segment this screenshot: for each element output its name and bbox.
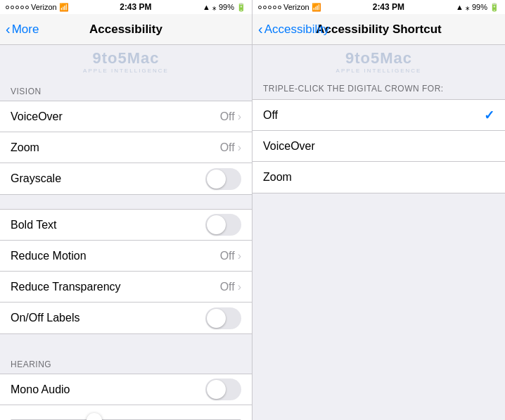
row-onoff-labels[interactable]: On/Off Labels	[0, 303, 252, 333]
battery-percent-right: 99%	[472, 3, 487, 11]
toggle-thumb-bold-text	[207, 215, 226, 234]
wifi-icon-right: 📶	[312, 3, 321, 12]
status-bar-left-section: Verizon 📶	[6, 3, 69, 12]
chevron-right-icon-voiceover: ›	[238, 110, 241, 123]
back-button-right[interactable]: ‹ Accessibility	[258, 21, 329, 37]
triple-click-header: TRIPLE-CLICK THE DIGITAL CROWN FOR:	[252, 75, 505, 99]
status-bar-right-right-section: ▲ ⁎ 99% 🔋	[456, 3, 499, 12]
nav-title-left: Accessibility	[89, 23, 162, 37]
toggle-mono-audio[interactable]	[205, 378, 241, 400]
left-panel: Verizon 📶 2:43 PM ▲ ⁎ 99% 🔋 ‹ More Acces…	[0, 0, 252, 420]
table-group-vision: VoiceOver Off › Zoom Off › Grayscale	[0, 101, 252, 195]
location-icon-right: ▲	[456, 3, 464, 11]
section-header-hearing: HEARING	[0, 348, 252, 374]
toggle-bold-text[interactable]	[205, 214, 241, 236]
watermark-right: 9to5Mac APPLE INTELLIGENCE	[252, 45, 505, 75]
spacer-2	[0, 334, 252, 348]
nav-bar-left: ‹ More Accessibility	[0, 14, 252, 45]
status-bar-right-left-section: Verizon 📶	[258, 3, 321, 12]
logo-sub-right: APPLE INTELLIGENCE	[252, 68, 505, 74]
table-group-shortcut: Off ✓ VoiceOver Zoom	[252, 99, 505, 193]
back-label-right: Accessibility	[264, 23, 330, 37]
row-value-zoom: Off	[220, 141, 235, 154]
signal-icon-right	[258, 6, 281, 9]
status-bar-time-left: 2:43 PM	[120, 2, 151, 12]
row-label-grayscale: Grayscale	[11, 172, 61, 185]
chevron-right-icon-zoom: ›	[238, 141, 241, 154]
battery-percent-left: 99%	[219, 3, 234, 11]
row-right-voiceover: Off ›	[220, 110, 241, 123]
row-right-zoom: Off ›	[220, 141, 241, 154]
spacer-1	[0, 195, 252, 209]
battery-icon: 🔋	[236, 3, 246, 12]
toggle-grayscale[interactable]	[205, 168, 241, 190]
bluetooth-icon-right: ⁎	[466, 3, 470, 12]
row-label-reduce-motion: Reduce Motion	[11, 250, 87, 262]
carrier-name-right: Verizon	[283, 3, 309, 11]
logo-sub-left: APPLE INTELLIGENCE	[0, 68, 252, 74]
battery-icon-right: 🔋	[490, 3, 499, 12]
table-group-interaction: Bold Text Reduce Motion Off › Reduce Tra…	[0, 209, 252, 334]
row-voiceover-right[interactable]: VoiceOver	[252, 131, 505, 162]
left-content: VISION VoiceOver Off › Zoom Off › Graysc…	[0, 75, 252, 420]
row-label-off: Off	[263, 109, 278, 122]
checkmark-off: ✓	[484, 108, 494, 123]
row-bold-text[interactable]: Bold Text	[0, 210, 252, 241]
toggle-thumb-onoff-labels	[207, 309, 226, 328]
back-button-left[interactable]: ‹ More	[6, 21, 39, 37]
row-voiceover[interactable]: VoiceOver Off ›	[0, 101, 252, 132]
row-mono-audio[interactable]: Mono Audio	[0, 374, 252, 405]
slider-thumb[interactable]	[87, 413, 102, 421]
nav-bar-right: ‹ Accessibility Accessibility Shortcut	[252, 14, 505, 45]
row-label-mono-audio: Mono Audio	[11, 383, 70, 396]
logo-text-left: 9to5Mac	[0, 49, 252, 68]
row-label-onoff-labels: On/Off Labels	[11, 312, 79, 324]
chevron-left-icon-right: ‹	[258, 21, 263, 37]
chevron-left-icon: ‹	[6, 21, 11, 37]
nav-title-right: Accessibility Shortcut	[316, 23, 442, 37]
watermark-left: 9to5Mac APPLE INTELLIGENCE	[0, 45, 252, 75]
logo-text-right: 9to5Mac	[252, 49, 505, 68]
row-reduce-transparency[interactable]: Reduce Transparency Off ›	[0, 272, 252, 303]
section-header-vision: VISION	[0, 75, 252, 101]
row-value-reduce-transparency: Off	[220, 281, 235, 293]
row-label-voiceover-right: VoiceOver	[263, 140, 315, 153]
row-label-bold-text: Bold Text	[11, 219, 57, 231]
row-zoom-right[interactable]: Zoom	[252, 162, 505, 193]
row-audio-balance[interactable]	[0, 405, 252, 420]
row-value-reduce-motion: Off	[220, 250, 235, 262]
row-label-zoom-right: Zoom	[263, 171, 292, 184]
right-panel: Verizon 📶 2:43 PM ▲ ⁎ 99% 🔋 ‹ Accessibil…	[252, 0, 505, 420]
row-right-reduce-motion: Off ›	[220, 250, 241, 262]
status-bar-right-section: ▲ ⁎ 99% 🔋	[203, 3, 246, 12]
status-bar-left: Verizon 📶 2:43 PM ▲ ⁎ 99% 🔋	[0, 0, 252, 14]
location-icon: ▲	[203, 3, 210, 11]
row-value-voiceover: Off	[220, 110, 235, 123]
back-label-left: More	[12, 23, 39, 37]
row-off[interactable]: Off ✓	[252, 100, 505, 131]
toggle-onoff-labels[interactable]	[205, 307, 241, 329]
row-label-zoom: Zoom	[11, 141, 39, 154]
wifi-icon: 📶	[59, 3, 69, 12]
toggle-thumb-mono-audio	[207, 380, 226, 399]
row-label-voiceover: VoiceOver	[11, 110, 63, 123]
table-group-hearing: Mono Audio Adjust the audio volume balan…	[0, 374, 252, 420]
status-bar-time-right: 2:43 PM	[373, 2, 404, 12]
chevron-right-icon-reduce-motion: ›	[238, 250, 241, 262]
row-reduce-motion[interactable]: Reduce Motion Off ›	[0, 241, 252, 272]
row-zoom[interactable]: Zoom Off ›	[0, 132, 252, 163]
toggle-thumb-grayscale	[207, 170, 226, 189]
carrier-name: Verizon	[31, 3, 57, 11]
signal-icon	[6, 6, 29, 9]
row-right-reduce-transparency: Off ›	[220, 281, 241, 293]
chevron-right-icon-reduce-transparency: ›	[238, 281, 241, 293]
status-bar-right: Verizon 📶 2:43 PM ▲ ⁎ 99% 🔋	[252, 0, 505, 14]
row-grayscale[interactable]: Grayscale	[0, 163, 252, 194]
row-label-reduce-transparency: Reduce Transparency	[11, 281, 121, 293]
bluetooth-icon: ⁎	[212, 3, 217, 12]
